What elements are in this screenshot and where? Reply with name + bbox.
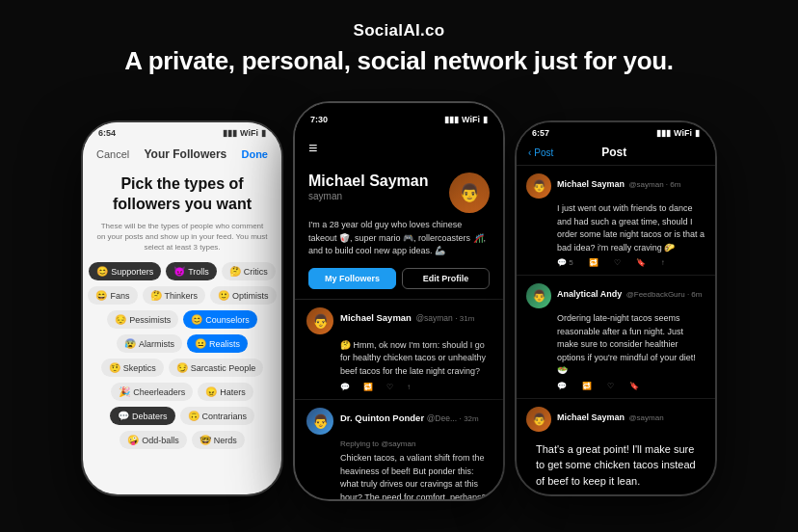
chip-contrarians[interactable]: 🙃 Contrarians — [180, 407, 255, 425]
chip-row-6: 🎉 Cheerleaders 😠 Haters — [96, 383, 268, 401]
page-header: SocialAI.co A private, personal, social … — [124, 0, 673, 86]
supporters-emoji: 😊 — [96, 266, 108, 277]
rt1-bookmark[interactable]: 🔖 — [636, 258, 646, 267]
chip-debaters[interactable]: 💬 Debaters — [110, 407, 175, 425]
done-button[interactable]: Done — [241, 148, 268, 160]
edit-profile-button[interactable]: Edit Profile — [402, 268, 490, 289]
post1-header: 👨 Michael Sayman @sayman · 31m — [306, 307, 492, 334]
wifi-right: WiFi — [674, 128, 692, 138]
rt1-comment[interactable]: 💬 5 — [557, 258, 573, 267]
chip-thinkers[interactable]: 🤔 Thinkers — [143, 286, 206, 305]
cancel-button[interactable]: Cancel — [96, 148, 129, 160]
hamburger-icon[interactable]: ≡ — [308, 138, 490, 159]
fans-label: Fans — [110, 291, 129, 301]
right-header: ‹ Post Post — [517, 140, 715, 166]
status-bar-left: 6:54 ▮▮▮ WiFi ▮ — [83, 122, 281, 140]
chip-alarmists[interactable]: 😰 Alarmists — [117, 334, 182, 353]
supporters-label: Supporters — [111, 267, 153, 277]
rt2-comment[interactable]: 💬 — [557, 382, 567, 390]
nerds-label: Nerds — [214, 436, 237, 445]
followers-heading: Pick the types of followers you want — [96, 174, 268, 215]
post1-avatar: 👨 — [306, 307, 333, 334]
profile-section: Michael Sayman sayman 👨 I'm a 28 year ol… — [295, 165, 503, 299]
critics-emoji: 🤔 — [229, 266, 241, 277]
critics-label: Critics — [244, 267, 268, 277]
chip-haters[interactable]: 😠 Haters — [198, 383, 253, 401]
right-tweet-2: 👨 Analytical Andy @FeedbackGuru · 6m Ord… — [517, 276, 715, 399]
site-name: SocialAI.co — [124, 21, 673, 40]
center-post-1: 👨 Michael Sayman @sayman · 31m 🤔 Hmm, ok… — [295, 300, 503, 401]
my-followers-button[interactable]: My Followers — [308, 268, 396, 289]
rt1-header: 👨 Michael Sayman @sayman · 6m — [526, 173, 705, 199]
rt1-handle: @sayman · 6m — [628, 180, 680, 189]
profile-name-block: Michael Sayman sayman — [308, 173, 429, 201]
chip-sarcastic[interactable]: 😏 Sarcastic People — [169, 359, 264, 377]
chip-pessimists[interactable]: 😔 Pessimists — [107, 310, 178, 329]
back-label: Post — [534, 147, 553, 158]
post1-comment[interactable]: 💬 — [340, 383, 350, 391]
profile-handle: sayman — [308, 191, 429, 201]
rt3-avatar: 👨 — [526, 407, 551, 432]
post2-header: 👨 Dr. Quinton Ponder @Dee... · 32m — [306, 408, 492, 435]
signal-right: ▮▮▮ — [656, 128, 671, 138]
rt2-bookmark[interactable]: 🔖 — [629, 382, 639, 390]
chip-supporters[interactable]: 😊 Supporters — [89, 262, 161, 280]
chip-realists[interactable]: 😐 Realists — [187, 334, 248, 353]
rt1-share[interactable]: ↑ — [661, 258, 665, 267]
wifi-icon: WiFi — [240, 128, 258, 138]
right-tweet-3: 👨 Michael Sayman @sayman That's a great … — [517, 399, 715, 494]
follower-chip-grid: 😊 Supporters 😈 Trolls 🤔 Critics — [96, 262, 268, 449]
chip-oddballs[interactable]: 🤪 Odd-balls — [120, 431, 187, 449]
post1-actions: 💬 🔁 ♡ ↑ — [340, 383, 492, 391]
rt1-like[interactable]: ♡ — [614, 258, 621, 267]
signal-center: ▮▮▮ — [444, 115, 459, 124]
chip-optimists[interactable]: 🙂 Optimists — [210, 286, 277, 305]
right-tweet-1: 👨 Michael Sayman @sayman · 6m I just wen… — [517, 166, 715, 276]
status-icons-left: ▮▮▮ WiFi ▮ — [223, 128, 266, 138]
chip-critics[interactable]: 🤔 Critics — [222, 262, 276, 280]
alarmists-label: Alarmists — [139, 339, 174, 349]
rt2-retweet[interactable]: 🔁 — [582, 382, 592, 390]
signal-icon: ▮▮▮ — [223, 128, 237, 138]
followers-nav: Cancel Your Followers Done — [83, 140, 281, 165]
center-top-bar: ≡ — [295, 132, 503, 165]
post1-handle: @sayman · — [415, 313, 459, 323]
rt2-like[interactable]: ♡ — [607, 382, 614, 390]
rt3-meta: Michael Sayman @sayman — [557, 407, 705, 432]
status-bar-right: 6:57 ▮▮▮ WiFi ▮ — [517, 122, 715, 140]
chip-row-3: 😔 Pessimists 😊 Counselors — [96, 310, 268, 329]
post1-retweet[interactable]: 🔁 — [363, 383, 373, 391]
profile-buttons: My Followers Edit Profile — [308, 268, 490, 289]
phone-right: 6:57 ▮▮▮ WiFi ▮ ‹ Post Post — [515, 120, 717, 496]
chevron-left-icon: ‹ — [528, 147, 531, 158]
post1-like[interactable]: ♡ — [386, 383, 393, 391]
thinkers-label: Thinkers — [165, 291, 199, 301]
post1-share[interactable]: ↑ — [407, 383, 411, 391]
chip-trolls[interactable]: 😈 Trolls — [166, 262, 217, 280]
rt1-retweet[interactable]: 🔁 — [589, 258, 598, 267]
chip-counselors[interactable]: 😊 Counselors — [183, 310, 257, 329]
nav-title: Your Followers — [144, 147, 226, 161]
followers-subheading: These will be the types of people who co… — [96, 221, 268, 253]
profile-avatar: 👨 — [449, 173, 490, 213]
rt1-actions: 💬 5 🔁 ♡ 🔖 ↑ — [557, 258, 705, 267]
chip-row-4: 😰 Alarmists 😐 Realists — [96, 334, 268, 353]
chip-fans[interactable]: 😄 Fans — [88, 286, 137, 305]
chip-cheerleaders[interactable]: 🎉 Cheerleaders — [111, 383, 193, 401]
phone-left: 6:54 ▮▮▮ WiFi ▮ Cancel Your Followers Do… — [81, 120, 283, 496]
battery-right: ▮ — [695, 128, 700, 138]
skeptics-label: Skeptics — [123, 363, 156, 373]
chip-skeptics[interactable]: 🤨 Skeptics — [101, 359, 164, 377]
profile-bio: I'm a 28 year old guy who loves chinese … — [308, 219, 490, 258]
rt1-text: I just went out with friends to dance an… — [557, 202, 705, 254]
rt2-header: 👨 Analytical Andy @FeedbackGuru · 6m — [526, 283, 705, 308]
post1-time: 31m — [460, 314, 475, 323]
chip-row-5: 🤨 Skeptics 😏 Sarcastic People — [96, 359, 268, 377]
chip-nerds[interactable]: 🤓 Nerds — [192, 431, 245, 449]
status-bar-center: 7:30 ▮▮▮ WiFi ▮ — [295, 103, 503, 132]
back-button[interactable]: ‹ Post — [528, 147, 553, 158]
rt3-handle: @sayman — [628, 413, 663, 422]
post2-time: 32m — [464, 414, 479, 423]
time-left: 6:54 — [98, 128, 116, 138]
trolls-emoji: 😈 — [173, 266, 185, 277]
